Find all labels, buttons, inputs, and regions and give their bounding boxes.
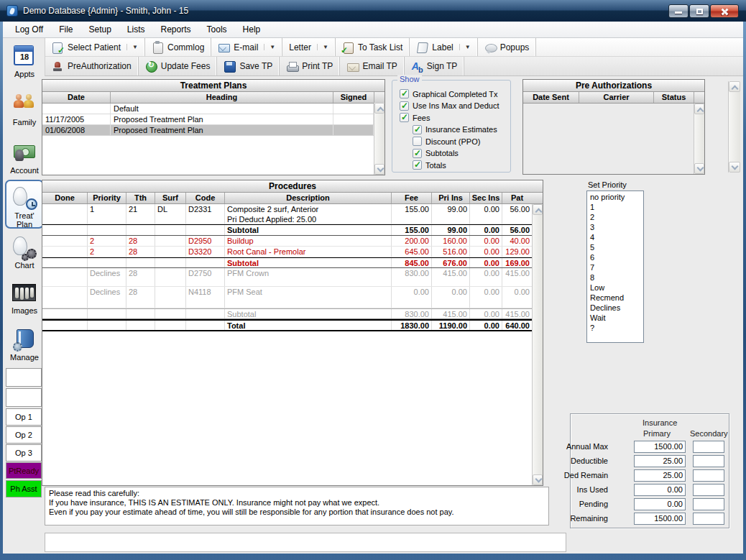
set-priority-list[interactable]: no priority12345678LowRecmendDeclinesWai… — [586, 191, 644, 343]
treatment-plan-row[interactable]: 01/06/2008Proposed Treatment Plan — [42, 125, 374, 136]
dropdown-arrow-icon[interactable]: ▼ — [317, 44, 328, 50]
menu-item-setup[interactable]: Setup — [80, 22, 119, 37]
priority-option-2[interactable]: 2 — [587, 212, 643, 222]
treatment-plans-scrollbar[interactable] — [374, 103, 384, 175]
toolbar-button-update-fees[interactable]: Update Fees — [139, 57, 218, 75]
procedure-row[interactable]: 228D3320Root Canal - Premolar645.00516.0… — [42, 247, 532, 257]
priority-option-low[interactable]: Low — [587, 283, 643, 293]
bottom-note-field[interactable] — [45, 533, 566, 552]
sidebar-module-appts[interactable]: 18Appts — [5, 42, 44, 88]
scroll-down-icon[interactable] — [729, 162, 740, 173]
toolbar-button-label[interactable]: Label▼ — [410, 38, 477, 56]
show-option-graphical-completed-tx[interactable]: Graphical Completed Tx — [400, 89, 497, 98]
show-option-insurance-estimates[interactable]: Insurance Estimates — [413, 125, 497, 134]
menu-item-reports[interactable]: Reports — [153, 22, 199, 37]
procedure-row[interactable]: Subtotal845.00676.000.00169.00 — [42, 257, 532, 268]
op-button-op-2[interactable]: Op 2 — [6, 426, 42, 444]
right-scrollbar[interactable] — [728, 81, 740, 173]
show-option-use-ins-max-and-deduct[interactable]: Use Ins Max and Deduct — [400, 101, 499, 111]
treatment-plan-row[interactable]: 11/17/2005Proposed Treatment Plan — [42, 114, 374, 125]
dropdown-arrow-icon[interactable]: ▼ — [264, 44, 275, 50]
estimate-note[interactable]: Please read this carefully:If you have i… — [45, 487, 549, 525]
menu-item-tools[interactable]: Tools — [199, 22, 235, 37]
insurance-primary-field[interactable]: 25.00 — [634, 455, 686, 467]
dropdown-arrow-icon[interactable]: ▼ — [126, 44, 138, 50]
op-button-ptready[interactable]: PtReady — [6, 462, 42, 479]
checkbox-checked-icon[interactable] — [413, 160, 422, 170]
insurance-primary-field[interactable]: 0.00 — [634, 498, 686, 510]
menu-item-lists[interactable]: Lists — [119, 22, 153, 37]
menu-item-help[interactable]: Help — [235, 22, 269, 37]
scroll-down-icon[interactable] — [533, 474, 543, 485]
toolbar-button-e-mail[interactable]: E-mail▼ — [211, 38, 282, 56]
sidebar-module-family[interactable]: Family — [5, 90, 44, 136]
insurance-primary-field[interactable]: 1500.00 — [634, 441, 686, 453]
priority-option-1[interactable]: 1 — [587, 202, 643, 212]
op-button-blank[interactable] — [6, 388, 42, 407]
priority-option-6[interactable]: 6 — [587, 252, 643, 262]
procedure-row[interactable]: Declines28N4118PFM Seat0.000.000.000.00 — [42, 287, 532, 308]
procedures-scrollbar[interactable] — [532, 204, 543, 485]
scroll-down-icon[interactable] — [694, 163, 704, 174]
procedure-row[interactable]: Subtotal830.00415.000.00415.00 — [42, 308, 532, 319]
op-button-op-3[interactable]: Op 3 — [6, 444, 42, 462]
priority-option-3[interactable]: 3 — [587, 222, 643, 232]
toolbar-button-to-task-list[interactable]: To Task List — [336, 38, 410, 56]
sidebar-module-account[interactable]: Account — [5, 138, 44, 184]
priority-option-wait[interactable]: Wait — [587, 313, 643, 323]
toolbar-button-letter[interactable]: Letter▼ — [282, 38, 336, 56]
procedure-row[interactable]: Subtotal155.0099.000.0056.00 — [42, 224, 532, 236]
checkbox-checked-icon[interactable] — [413, 125, 422, 134]
scroll-up-icon[interactable] — [694, 104, 704, 114]
scroll-up-icon[interactable] — [374, 103, 384, 114]
show-option-totals[interactable]: Totals — [413, 160, 446, 170]
procedure-row[interactable]: Declines28D2750PFM Crown830.00415.000.00… — [42, 268, 532, 287]
priority-option-[interactable]: ? — [587, 323, 643, 333]
toolbar-button-sign-tp[interactable]: Sign TP — [405, 57, 464, 75]
priority-option-5[interactable]: 5 — [587, 242, 643, 252]
sidebar-module-treat-plan[interactable]: Treat' Plan — [5, 180, 44, 229]
toolbar-button-popups[interactable]: Popups — [478, 38, 537, 56]
scroll-up-icon[interactable] — [729, 81, 740, 92]
show-option-subtotals[interactable]: Subtotals — [413, 149, 459, 158]
priority-option-no-priority[interactable]: no priority — [587, 192, 643, 202]
insurance-secondary-field[interactable] — [693, 441, 724, 453]
sidebar-module-chart[interactable]: Chart — [5, 233, 44, 279]
checkbox-checked-icon[interactable] — [400, 101, 409, 111]
sidebar-module-manage[interactable]: Manage — [5, 325, 44, 371]
show-option-discount-ppo[interactable]: Discount (PPO) — [413, 137, 480, 146]
preauth-scrollbar[interactable] — [694, 104, 704, 174]
menu-item-log-off[interactable]: Log Off — [7, 22, 51, 37]
close-button[interactable] — [710, 4, 739, 18]
priority-option-8[interactable]: 8 — [587, 272, 643, 283]
priority-option-declines[interactable]: Declines — [587, 303, 643, 313]
priority-option-4[interactable]: 4 — [587, 232, 643, 242]
checkbox-checked-icon[interactable] — [400, 113, 409, 122]
minimize-button[interactable] — [668, 4, 689, 18]
insurance-primary-field[interactable]: 25.00 — [634, 469, 686, 482]
insurance-secondary-field[interactable] — [693, 455, 724, 467]
toolbar-button-save-tp[interactable]: Save TP — [217, 57, 280, 75]
procedure-row[interactable]: Total1830.001190.000.00640.00 — [42, 319, 532, 331]
restore-button[interactable] — [689, 4, 709, 18]
insurance-secondary-field[interactable] — [693, 469, 724, 482]
scroll-down-icon[interactable] — [374, 164, 384, 175]
op-button-blank[interactable] — [6, 368, 42, 387]
priority-option-recmend[interactable]: Recmend — [587, 293, 643, 303]
toolbar-button-commlog[interactable]: Commlog — [145, 38, 211, 56]
toolbar-button-select-patient[interactable]: Select Patient▼ — [45, 38, 145, 56]
checkbox-checked-icon[interactable] — [413, 149, 422, 158]
toolbar-button-preauthorization[interactable]: PreAuthorization — [45, 57, 139, 75]
op-button-op-1[interactable]: Op 1 — [6, 408, 42, 426]
dropdown-arrow-icon[interactable]: ▼ — [459, 44, 471, 50]
toolbar-button-email-tp[interactable]: Email TP — [340, 57, 404, 75]
checkbox-unchecked-icon[interactable] — [413, 137, 422, 146]
checkbox-checked-icon[interactable] — [400, 89, 409, 98]
insurance-primary-field[interactable]: 1500.00 — [634, 513, 686, 525]
op-button-ph-asst[interactable]: Ph Asst — [6, 480, 42, 497]
sidebar-module-images[interactable]: Images — [5, 278, 44, 324]
scroll-up-icon[interactable] — [533, 204, 543, 215]
procedure-row[interactable]: 228D2950Buildup200.00160.000.0040.00 — [42, 236, 532, 247]
procedure-row[interactable]: 121DLD2331Composite 2 surf, AnteriorPri … — [42, 204, 532, 224]
insurance-secondary-field[interactable] — [693, 498, 724, 510]
